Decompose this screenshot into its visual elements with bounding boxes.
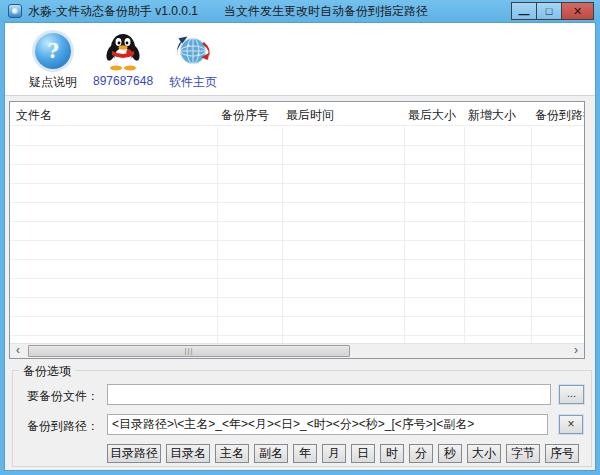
- globe-icon: [173, 31, 213, 71]
- token-button-13[interactable]: 序号: [545, 444, 579, 463]
- column-header-6[interactable]: 备份到路径: [531, 102, 584, 125]
- app-icon: [8, 4, 22, 18]
- toolbar-item-homepage-label: 软件主页: [169, 74, 217, 91]
- backup-file-label: 要备份文件：: [27, 388, 99, 405]
- toolbar-item-help[interactable]: ? 疑点说明: [25, 31, 81, 91]
- column-separator: [217, 127, 218, 343]
- app-window: 水淼-文件动态备份助手 v1.0.0.1 当文件发生更改时自动备份到指定路径 —…: [0, 0, 600, 475]
- token-button-8[interactable]: 时: [380, 444, 404, 463]
- column-separator: [404, 127, 405, 343]
- toolbar-item-qq-contact[interactable]: 897687648: [93, 31, 153, 88]
- table-body[interactable]: [10, 127, 584, 343]
- column-separator: [282, 127, 283, 343]
- toolbar: ? 疑点说明: [5, 23, 595, 96]
- token-button-1[interactable]: 目录路径: [107, 444, 161, 463]
- token-button-6[interactable]: 月: [322, 444, 346, 463]
- backup-options-group: 备份选项 要备份文件： ... 备份到路径： × 目录路径目录名主名副名年月日时…: [12, 370, 592, 467]
- scroll-thumb-grip-icon: |||: [184, 347, 193, 355]
- token-button-5[interactable]: 年: [293, 444, 317, 463]
- column-separator: [531, 127, 532, 343]
- backup-file-input[interactable]: [107, 384, 551, 405]
- close-icon: ✕: [573, 5, 582, 18]
- maximize-icon: □: [546, 5, 553, 17]
- titlebar[interactable]: 水淼-文件动态备份助手 v1.0.0.1 当文件发生更改时自动备份到指定路径 —…: [0, 0, 600, 22]
- token-button-11[interactable]: 大小: [467, 444, 501, 463]
- close-button[interactable]: ✕: [561, 2, 594, 20]
- window-title: 水淼-文件动态备份助手 v1.0.0.1: [28, 3, 198, 20]
- clear-path-button[interactable]: ×: [559, 415, 583, 434]
- minimize-button[interactable]: —: [511, 2, 536, 20]
- column-header-5[interactable]: 新增大小: [464, 102, 531, 125]
- token-button-10[interactable]: 秒: [438, 444, 462, 463]
- minimize-icon: —: [519, 8, 530, 20]
- toolbar-item-help-label: 疑点说明: [29, 74, 77, 91]
- column-header-2[interactable]: 备份序号: [217, 102, 282, 125]
- horizontal-scrollbar[interactable]: ‹ ||| ›: [10, 343, 584, 358]
- token-button-9[interactable]: 分: [409, 444, 433, 463]
- question-mark-icon: ?: [33, 31, 73, 71]
- token-button-3[interactable]: 主名: [215, 444, 249, 463]
- scroll-left-button[interactable]: ‹: [10, 344, 26, 358]
- column-header-3[interactable]: 最后时间: [282, 102, 404, 125]
- column-header-4[interactable]: 最后大小: [404, 102, 464, 125]
- window-status-text: 当文件发生更改时自动备份到指定路径: [224, 3, 428, 20]
- toolbar-item-homepage[interactable]: 软件主页: [165, 31, 221, 91]
- column-separator: [464, 127, 465, 343]
- window-controls: — □ ✕: [511, 2, 594, 20]
- token-button-4[interactable]: 副名: [254, 444, 288, 463]
- scroll-thumb[interactable]: |||: [28, 345, 350, 357]
- toolbar-item-qq-label: 897687648: [93, 74, 153, 88]
- table-header: 文件名备份序号最后时间最后大小新增大小备份到路径: [10, 102, 584, 126]
- browse-button[interactable]: ...: [559, 385, 584, 404]
- file-table: 文件名备份序号最后时间最后大小新增大小备份到路径 ‹ ||| ›: [9, 101, 585, 359]
- backup-options-label: 备份选项: [19, 363, 75, 380]
- column-header-1[interactable]: 文件名: [10, 102, 217, 125]
- qq-penguin-icon: [103, 31, 143, 71]
- backup-path-input[interactable]: [107, 414, 548, 435]
- backup-path-row: 备份到路径： ×: [13, 414, 591, 436]
- token-button-2[interactable]: 目录名: [166, 444, 210, 463]
- client-area: ? 疑点说明: [4, 22, 596, 471]
- backup-path-label: 备份到路径：: [27, 418, 99, 435]
- token-button-12[interactable]: 字节: [506, 444, 540, 463]
- token-button-row: 目录路径目录名主名副名年月日时分秒大小字节序号: [107, 444, 579, 463]
- maximize-button[interactable]: □: [536, 2, 561, 20]
- scroll-right-button[interactable]: ›: [568, 344, 584, 358]
- token-button-7[interactable]: 日: [351, 444, 375, 463]
- backup-file-row: 要备份文件： ...: [13, 384, 591, 406]
